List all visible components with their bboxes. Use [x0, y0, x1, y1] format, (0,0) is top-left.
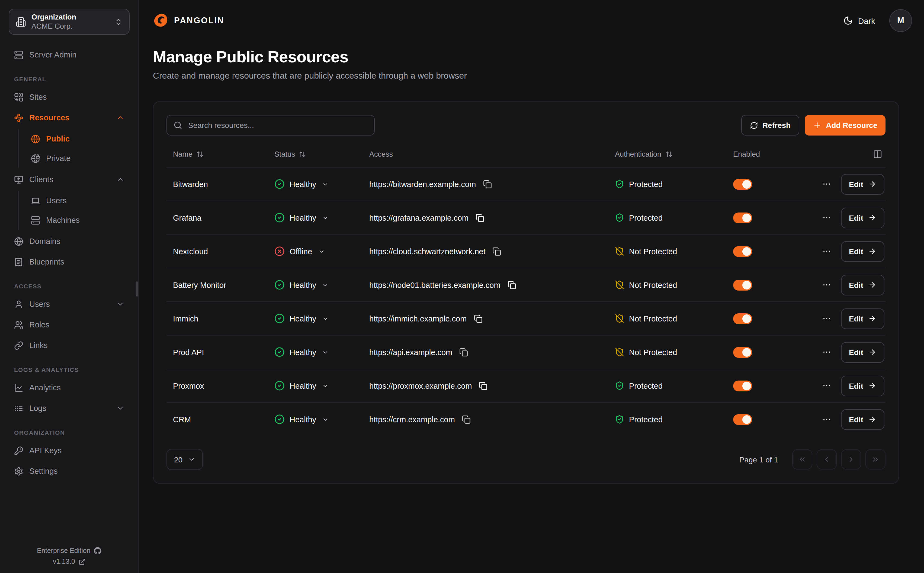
globe-icon: [31, 134, 40, 143]
sidebar-item-users[interactable]: Users: [9, 294, 130, 315]
first-page-button[interactable]: [792, 449, 812, 470]
sidebar-item-blueprints[interactable]: Blueprints: [9, 252, 130, 272]
chevron-down-icon[interactable]: [322, 416, 329, 423]
enabled-toggle[interactable]: [733, 313, 752, 324]
circle-check-icon: [274, 280, 285, 290]
copy-url-button[interactable]: [506, 279, 517, 290]
edit-button[interactable]: Edit: [841, 207, 885, 228]
copy-url-button[interactable]: [482, 178, 493, 189]
actions-cell: Edit: [791, 207, 885, 228]
sidebar-item-settings[interactable]: Settings: [9, 461, 130, 481]
main-content: PANGOLIN Dark M Manage Public Resources …: [139, 0, 924, 573]
sidebar-item-server-admin[interactable]: Server Admin: [9, 44, 130, 65]
chevron-down-icon[interactable]: [318, 248, 324, 255]
sidebar-scrollbar-thumb[interactable]: [136, 281, 138, 296]
edit-button[interactable]: Edit: [841, 241, 885, 261]
enabled-toggle[interactable]: [733, 178, 752, 189]
gear-icon: [14, 467, 23, 476]
resources-card: Refresh Add Resource Name Status Access: [153, 101, 899, 484]
chevron-down-icon[interactable]: [322, 349, 329, 355]
next-page-button[interactable]: [841, 449, 861, 470]
resource-name: Bitwarden: [173, 180, 208, 188]
row-menu-button[interactable]: [820, 177, 833, 191]
resource-url: https://grafana.example.com: [369, 213, 468, 222]
page-info: Page 1 of 1: [739, 455, 778, 464]
sidebar-footer: Enterprise Edition v1.13.0: [0, 544, 138, 565]
sidebar-item-resources[interactable]: Resources: [9, 107, 130, 128]
auth-label: Not Protected: [629, 247, 677, 255]
chevron-down-icon[interactable]: [322, 315, 329, 322]
resource-url: https://cloud.schwartznetwork.net: [369, 247, 485, 255]
status-label: Healthy: [290, 280, 316, 289]
chevron-down-icon[interactable]: [322, 214, 329, 221]
refresh-button[interactable]: Refresh: [741, 115, 799, 136]
edit-button[interactable]: Edit: [841, 275, 885, 295]
column-header-name[interactable]: Name: [166, 150, 268, 158]
copy-url-button[interactable]: [473, 313, 484, 324]
enabled-toggle[interactable]: [733, 414, 752, 425]
column-header-status[interactable]: Status: [268, 150, 363, 158]
sidebar-item-domains[interactable]: Domains: [9, 231, 130, 252]
sidebar-item-private[interactable]: Private: [25, 149, 130, 168]
row-menu-button[interactable]: [820, 379, 833, 393]
brand[interactable]: PANGOLIN: [153, 13, 224, 28]
status-cell: Healthy: [268, 347, 363, 357]
sidebar-item-client-users[interactable]: Users: [25, 191, 130, 210]
sidebar-item-clients[interactable]: Clients: [9, 169, 130, 190]
previous-page-button[interactable]: [817, 449, 837, 470]
enabled-toggle[interactable]: [733, 380, 752, 391]
copy-url-button[interactable]: [492, 246, 503, 257]
search-input[interactable]: [187, 121, 368, 130]
row-menu-button[interactable]: [820, 278, 833, 292]
arrow-right-icon: [868, 315, 876, 323]
add-resource-button[interactable]: Add Resource: [805, 115, 885, 136]
row-menu-button[interactable]: [820, 244, 833, 258]
column-toggle-button[interactable]: [791, 149, 885, 158]
edit-button[interactable]: Edit: [841, 376, 885, 396]
row-menu-button[interactable]: [820, 413, 833, 426]
edit-button[interactable]: Edit: [841, 409, 885, 430]
enabled-toggle[interactable]: [733, 246, 752, 257]
copy-url-button[interactable]: [461, 414, 472, 425]
row-menu-button[interactable]: [820, 345, 833, 359]
org-selector[interactable]: Organization ACME Corp.: [9, 9, 130, 35]
copy-url-button[interactable]: [478, 380, 489, 391]
actions-cell: Edit: [791, 409, 885, 430]
sidebar-item-logs[interactable]: Logs: [9, 398, 130, 418]
edit-button[interactable]: Edit: [841, 308, 885, 329]
sidebar-item-public[interactable]: Public: [25, 129, 130, 149]
access-cell: https://grafana.example.com: [363, 212, 608, 223]
edit-button[interactable]: Edit: [841, 342, 885, 362]
enabled-toggle[interactable]: [733, 212, 752, 223]
sidebar-item-links[interactable]: Links: [9, 335, 130, 355]
last-page-button[interactable]: [865, 449, 885, 470]
enabled-toggle[interactable]: [733, 279, 752, 290]
sidebar-item-sites[interactable]: Sites: [9, 87, 130, 107]
chevron-down-icon[interactable]: [322, 181, 329, 187]
edit-button[interactable]: Edit: [841, 174, 885, 194]
table-row: CRM Healthy https://crm.example.com Prot…: [166, 403, 885, 436]
sidebar-item-api-keys[interactable]: API Keys: [9, 440, 130, 461]
row-menu-button[interactable]: [820, 312, 833, 325]
external-link-icon[interactable]: [78, 558, 85, 565]
theme-toggle[interactable]: Dark: [844, 16, 875, 25]
copy-url-button[interactable]: [458, 347, 469, 357]
status-label: Healthy: [290, 213, 316, 222]
enabled-toggle[interactable]: [733, 347, 752, 357]
avatar[interactable]: M: [889, 9, 912, 32]
resource-name: Prod API: [173, 348, 204, 357]
page-size-select[interactable]: 20: [166, 449, 202, 470]
chevron-down-icon[interactable]: [322, 282, 329, 288]
column-header-authentication[interactable]: Authentication: [608, 150, 727, 158]
row-menu-button[interactable]: [820, 211, 833, 224]
sidebar-item-analytics[interactable]: Analytics: [9, 377, 130, 398]
refresh-icon: [750, 121, 758, 129]
auth-label: Not Protected: [629, 314, 677, 323]
table-row: Battery Monitor Healthy https://node01.b…: [166, 268, 885, 302]
copy-url-button[interactable]: [475, 212, 485, 223]
sidebar-item-machines[interactable]: Machines: [25, 210, 130, 230]
github-icon[interactable]: [94, 547, 102, 554]
chevron-down-icon[interactable]: [322, 382, 329, 389]
sidebar-item-roles[interactable]: Roles: [9, 315, 130, 335]
actions-cell: Edit: [791, 174, 885, 194]
